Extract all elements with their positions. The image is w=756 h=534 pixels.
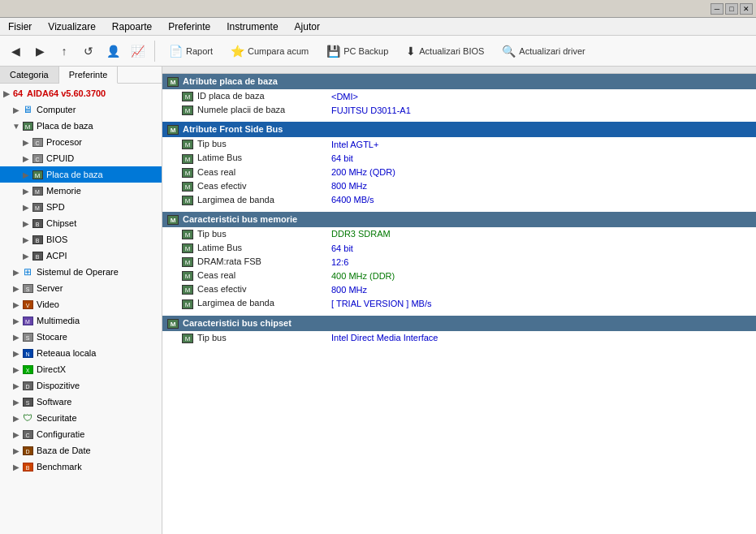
item-label-1-3: MCeas efectiv	[162, 179, 325, 193]
tree-expand-bios: ▶	[21, 235, 31, 244]
tree-icon-memory: M	[31, 184, 44, 197]
item-value-1-2: 200 MHz (QDR)	[325, 166, 756, 179]
tree-expand-software: ▶	[11, 398, 21, 407]
tree-item-cpuid[interactable]: ▶CCPUID	[0, 150, 162, 166]
tree-item-configuratie[interactable]: ▶CConfiguratie	[0, 426, 162, 442]
tree-item-directx[interactable]: ▶XDirectX	[0, 361, 162, 377]
tree-icon-chip: B	[31, 249, 44, 262]
menu-item-instrumente[interactable]: Instrumente	[222, 19, 283, 34]
item-icon-1-0: M	[182, 140, 193, 149]
toolbar-pc-backup-icon: 💾	[326, 45, 340, 58]
tree-icon-devices: D	[21, 379, 34, 392]
right-panel: MAtribute placa de bazaMID placa de baza…	[162, 67, 756, 534]
section-icon-0: M	[167, 77, 179, 87]
menu-item-preferinte[interactable]: Preferinte	[163, 19, 215, 34]
tree-item-chipset[interactable]: ▶BChipset	[0, 215, 162, 231]
section-icon-1: M	[167, 125, 179, 135]
tree-item-securitate[interactable]: ▶🛡Securitate	[0, 410, 162, 426]
tree-label-dispozitive: Dispozitive	[37, 381, 80, 390]
toolbar-cumpara-acum-label: Cumpara acum	[248, 46, 309, 56]
nav-profile-button[interactable]: 👤	[102, 41, 123, 62]
nav-forward-button[interactable]: ▶	[29, 41, 50, 62]
tree-item-procesor[interactable]: ▶CProcesor	[0, 134, 162, 150]
tree-icon-network: N	[21, 347, 34, 360]
title-bar: ─ □ ✕	[0, 0, 756, 18]
menu-item-rapoarte[interactable]: Rapoarte	[107, 19, 157, 34]
tree-icon-cpu: C	[31, 136, 44, 149]
tree-label-retea-locala: Reteaua locala	[37, 348, 96, 358]
tree-item-stocare[interactable]: ▶SStocare	[0, 329, 162, 345]
tree-label-benchmark: Benchmark	[37, 462, 82, 472]
tree-item-computer[interactable]: ▶🖥Computer	[0, 101, 162, 118]
tree-item-server[interactable]: ▶SServer	[0, 280, 162, 296]
item-value-2-1: 64 bit	[325, 241, 756, 255]
toolbar-cumpara-acum-icon: ⭐	[231, 45, 244, 58]
toolbar-pc-backup-button[interactable]: 💾PC Backup	[319, 40, 395, 62]
table-row: MTip busDDR3 SDRAM	[162, 227, 756, 241]
tree-icon-video: V	[21, 298, 34, 311]
tree-item-software[interactable]: ▶SSoftware	[0, 394, 162, 410]
section-header-2[interactable]: MCaracteristici bus memorie	[162, 212, 756, 227]
toolbar-cumpara-acum-button[interactable]: ⭐Cumpara acum	[223, 40, 316, 62]
minimize-button[interactable]: ─	[711, 3, 724, 15]
panel-tab-preferinte[interactable]: Preferinte	[59, 67, 119, 84]
tree-expand-baza-date: ▶	[11, 446, 21, 455]
tree-label-aida: AIDA64 v5.60.3700	[27, 88, 106, 98]
section-header-label-3: MCaracteristici bus chipset	[162, 316, 756, 331]
tree-item-dispozitive[interactable]: ▶DDispozitive	[0, 377, 162, 394]
item-value-0-1: FUJITSU D3011-A1	[325, 103, 756, 117]
tree-item-aida[interactable]: ▶64AIDA64 v5.60.3700	[0, 85, 162, 101]
tree-icon-security: 🛡	[21, 411, 34, 424]
menu-item-vizualizare[interactable]: Vizualizare	[43, 19, 100, 34]
tree-item-benchmark[interactable]: ▶BBenchmark	[0, 459, 162, 475]
tree-item-retea-locala[interactable]: ▶NReteaua locala	[0, 345, 162, 361]
tree-icon-db: D	[21, 444, 34, 457]
col-header-element	[162, 67, 325, 74]
tree-item-sistemul-operare[interactable]: ▶⊞Sistemul de Operare	[0, 264, 162, 280]
nav-up-button[interactable]: ↑	[54, 41, 75, 62]
tree-icon-motherboard: M	[21, 119, 34, 132]
item-label-2-1: MLatime Bus	[162, 241, 325, 255]
tree-item-bios[interactable]: ▶BBIOS	[0, 231, 162, 248]
tree-item-video[interactable]: ▶VVideo	[0, 296, 162, 312]
tree-item-spd[interactable]: ▶MSPD	[0, 199, 162, 215]
tree-item-placa-baza[interactable]: ▶MPlaca de baza	[0, 166, 162, 183]
menu-item-ajutor[interactable]: Ajutor	[290, 19, 325, 34]
tree-icon-chip: B	[31, 233, 44, 246]
tree-label-sistemul-operare: Sistemul de Operare	[37, 267, 119, 277]
nav-back-button[interactable]: ◀	[5, 41, 26, 62]
section-header-1[interactable]: MAtribute Front Side Bus	[162, 122, 756, 137]
tree-item-placa-baza-group[interactable]: ▼MPlaca de baza	[0, 118, 162, 134]
nav-chart-button[interactable]: 📈	[127, 41, 148, 62]
toolbar-actualizari-bios-button[interactable]: ⬇Actualizari BIOS	[399, 40, 491, 62]
tree-icon-motherboard: M	[31, 168, 44, 181]
tree-label-directx: DirectX	[37, 364, 66, 374]
close-button[interactable]: ✕	[740, 3, 753, 15]
section-header-label-2: MCaracteristici bus memorie	[162, 212, 756, 227]
section-header-0[interactable]: MAtribute placa de baza	[162, 74, 756, 90]
section-header-label-0: MAtribute placa de baza	[162, 74, 756, 90]
maximize-button[interactable]: □	[725, 3, 738, 15]
section-header-3[interactable]: MCaracteristici bus chipset	[162, 316, 756, 331]
tree-item-memorie[interactable]: ▶MMemorie	[0, 183, 162, 199]
item-icon-2-2: M	[182, 257, 193, 267]
item-label-3-0: MTip bus	[162, 331, 325, 345]
tree-expand-spd: ▶	[21, 203, 31, 212]
tree-item-baza-date[interactable]: ▶DBaza de Date	[0, 442, 162, 459]
table-row: MID placa de baza<DMI>	[162, 89, 756, 103]
tree-icon-os: ⊞	[21, 265, 34, 278]
tree-icon-chip: B	[31, 217, 44, 230]
tree-expand-benchmark: ▶	[11, 463, 21, 472]
tree-item-acpi[interactable]: ▶BACPI	[0, 248, 162, 264]
tree-label-baza-date: Baza de Date	[37, 446, 91, 455]
tree-icon-server: S	[21, 282, 34, 295]
nav-refresh-button[interactable]: ↺	[78, 41, 99, 62]
item-label-2-0: MTip bus	[162, 227, 325, 241]
toolbar-actualizari-driver-button[interactable]: 🔍Actualizari driver	[495, 40, 592, 62]
tree-item-multimedia[interactable]: ▶MMultimedia	[0, 312, 162, 329]
toolbar-raport-button[interactable]: 📄Raport	[162, 40, 220, 62]
panel-tab-categoria[interactable]: Categoria	[0, 67, 59, 83]
item-label-2-4: MCeas efectiv	[162, 282, 325, 296]
table-row: MTip busIntel AGTL+	[162, 137, 756, 151]
menu-item-fisier[interactable]: Fisier	[3, 19, 37, 34]
